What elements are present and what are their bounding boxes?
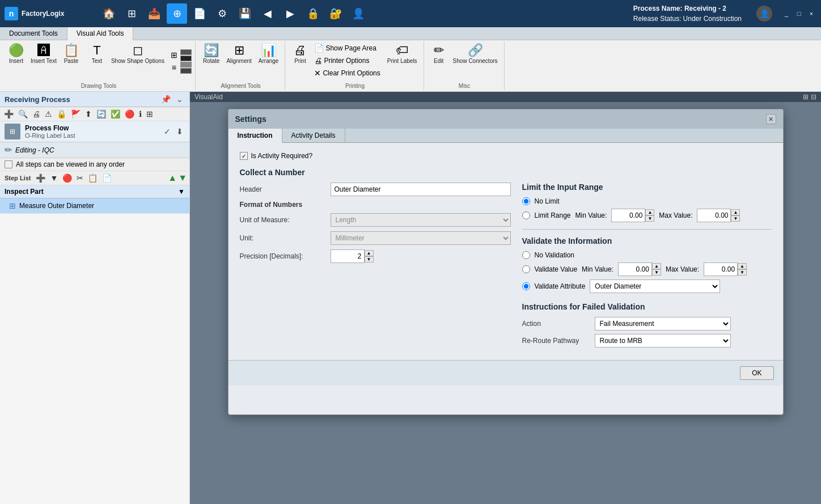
show-page-area-button[interactable]: 📄 Show Page Area: [311, 43, 383, 54]
grid-view-icon[interactable]: ⊞: [168, 49, 180, 61]
step-paste-icon[interactable]: 📄: [100, 173, 113, 183]
limit-range-radio[interactable]: [522, 211, 530, 219]
rotate-button[interactable]: 🔄 Rotate: [200, 43, 222, 66]
max-up-button[interactable]: ▲: [731, 209, 740, 215]
all-steps-checkbox[interactable]: [5, 160, 12, 168]
precision-up-button[interactable]: ▲: [365, 250, 374, 256]
step-down-icon[interactable]: ▼: [178, 173, 187, 183]
back-icon[interactable]: ◀: [257, 3, 278, 24]
user-manage-icon[interactable]: 👤: [348, 3, 369, 24]
align-icon[interactable]: ≡: [168, 62, 180, 73]
print-button[interactable]: 🖨 Print: [290, 43, 310, 66]
min-value-input[interactable]: [611, 209, 645, 222]
home-icon[interactable]: 🏠: [99, 3, 119, 24]
show-shape-options-button[interactable]: ◻ Show Shape Options: [108, 43, 167, 66]
checkmark-icon[interactable]: ✓: [162, 126, 172, 137]
inbox-icon[interactable]: 📥: [144, 3, 164, 24]
lock-toolbar-icon[interactable]: 🔒: [55, 109, 68, 119]
step-group-collapse-icon[interactable]: ▼: [178, 188, 185, 196]
list-item[interactable]: ⊞ Measure Outer Diameter: [0, 198, 189, 214]
secure-icon[interactable]: 🔐: [325, 3, 346, 24]
unit-measure-select[interactable]: Length: [331, 213, 511, 227]
no-validation-radio[interactable]: [522, 251, 530, 259]
min-up-button[interactable]: ▲: [645, 209, 654, 215]
unit-select[interactable]: Millimeter: [331, 231, 511, 245]
settings-icon[interactable]: ⚙: [212, 3, 232, 24]
red-circle-icon[interactable]: 🔴: [123, 109, 136, 119]
step-add-icon[interactable]: ➕: [34, 173, 47, 183]
up-arrow-icon[interactable]: ⬆: [83, 109, 94, 119]
minimize-button[interactable]: _: [781, 9, 792, 19]
grid-icon[interactable]: ⊞: [121, 3, 142, 24]
tab-instruction[interactable]: Instruction: [228, 129, 282, 143]
va-icon-1[interactable]: ⊞: [803, 93, 809, 101]
pin-icon[interactable]: 📌: [159, 94, 172, 104]
maximize-button[interactable]: □: [794, 9, 804, 19]
copy-toolbar-icon[interactable]: 🔍: [16, 109, 29, 119]
step-copy-icon[interactable]: 📋: [86, 173, 99, 183]
reroute-select[interactable]: Route to MRB: [595, 334, 731, 348]
min-down-button[interactable]: ▼: [645, 215, 654, 222]
info-icon[interactable]: ℹ: [137, 109, 143, 119]
step-delete-icon[interactable]: ✂: [75, 173, 85, 183]
add-toolbar-icon[interactable]: ➕: [2, 109, 15, 119]
no-limit-radio[interactable]: [522, 197, 530, 205]
refresh-icon[interactable]: 🔄: [95, 109, 108, 119]
user-avatar[interactable]: 👤: [756, 6, 772, 22]
vmax-up-button[interactable]: ▲: [738, 263, 747, 269]
color-picker-bottom[interactable]: [180, 56, 192, 61]
vmin-up-button[interactable]: ▲: [652, 263, 661, 269]
step-up-icon[interactable]: ▲: [168, 173, 177, 183]
unit-measure-row: Unit of Measure: Length: [240, 213, 511, 227]
tab-visual-aid-tools[interactable]: Visual Aid Tools: [67, 27, 134, 40]
arrange-button[interactable]: 📊 Arrange: [256, 43, 282, 66]
print-toolbar-icon[interactable]: 🖨: [31, 109, 42, 119]
action-select[interactable]: Fail Measurement: [595, 317, 731, 331]
clear-print-options-button[interactable]: ✕ Clear Print Options: [311, 67, 383, 79]
columns-icon[interactable]: ⊞: [145, 109, 155, 119]
green-check-icon[interactable]: ✅: [109, 109, 122, 119]
paste-button[interactable]: 📋 Paste: [61, 43, 82, 66]
save-icon[interactable]: 💾: [235, 3, 255, 24]
process-icon[interactable]: ⊕: [167, 3, 187, 24]
step-remove-icon[interactable]: 🔴: [61, 173, 74, 183]
print-labels-button[interactable]: 🏷 Print Labels: [384, 43, 420, 66]
download-icon[interactable]: ⬇: [175, 126, 185, 137]
modal-close-button[interactable]: ×: [766, 114, 776, 124]
vmin-down-button[interactable]: ▼: [652, 269, 661, 276]
warning-icon[interactable]: ⚠: [43, 109, 54, 119]
insert-button[interactable]: 🟢 Insert: [6, 43, 27, 66]
validate-value-radio[interactable]: [522, 265, 530, 273]
is-required-checkbox[interactable]: ✓: [240, 152, 248, 160]
validate-max-input[interactable]: [704, 262, 738, 276]
insert-text-button[interactable]: 🅰 Insert Text: [28, 43, 60, 66]
close-window-button[interactable]: ×: [806, 9, 816, 19]
max-down-button[interactable]: ▼: [731, 215, 740, 222]
header-input[interactable]: [331, 183, 511, 196]
vmax-down-button[interactable]: ▼: [738, 269, 747, 276]
stroke-bottom[interactable]: [180, 68, 192, 74]
ok-button[interactable]: OK: [740, 366, 773, 380]
va-icon-2[interactable]: ⊟: [811, 93, 816, 101]
text-button[interactable]: T Text: [87, 43, 107, 66]
flag-icon[interactable]: 🚩: [69, 109, 82, 119]
stroke-top[interactable]: [180, 62, 192, 67]
color-picker-top[interactable]: [180, 49, 192, 55]
validate-attribute-select[interactable]: Outer Diameter: [590, 279, 720, 293]
forward-icon[interactable]: ▶: [280, 3, 301, 24]
validate-min-input[interactable]: [618, 262, 652, 276]
panel-down-icon[interactable]: ⌄: [175, 94, 185, 104]
precision-down-button[interactable]: ▼: [365, 256, 374, 262]
tab-document-tools[interactable]: Document Tools: [0, 27, 67, 40]
tab-activity-details[interactable]: Activity Details: [282, 129, 345, 142]
precision-input[interactable]: [331, 249, 365, 263]
validate-attribute-radio[interactable]: [522, 282, 530, 290]
edit-button[interactable]: ✏ Edit: [429, 43, 449, 66]
show-connectors-button[interactable]: 🔗 Show Connectors: [450, 43, 501, 66]
alignment-button[interactable]: ⊞ Alignment: [223, 43, 254, 66]
lock-icon[interactable]: 🔒: [303, 3, 323, 24]
max-value-input[interactable]: [697, 209, 731, 222]
step-dropdown-icon[interactable]: ▼: [48, 173, 60, 183]
printer-options-button[interactable]: 🖨 Printer Options: [311, 55, 383, 66]
doc-icon[interactable]: 📄: [189, 3, 210, 24]
